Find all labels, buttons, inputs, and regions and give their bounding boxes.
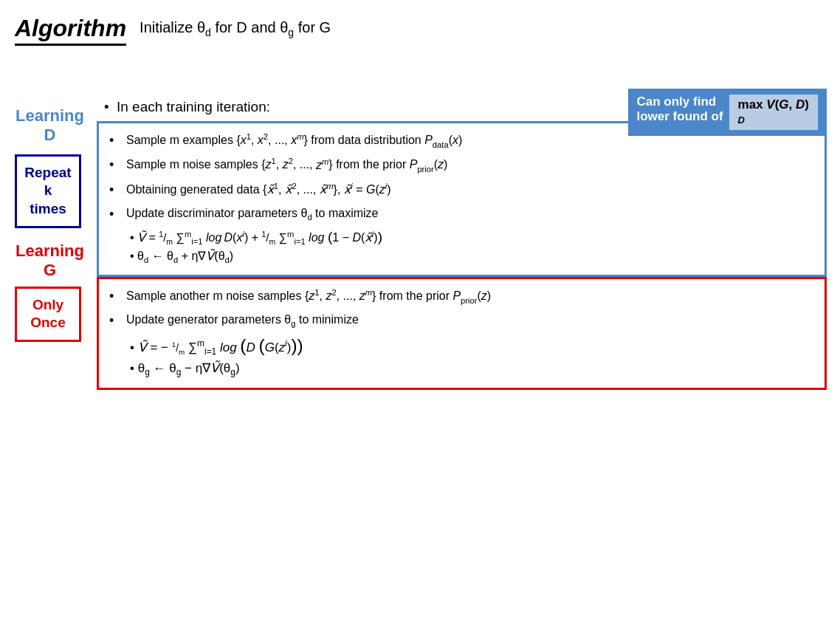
red-item-2: • Update generator parameters θg to mini… <box>109 311 814 331</box>
blue-item-4: • Update discriminator parameters θd to … <box>109 205 814 225</box>
algorithm-title: Algorithm <box>15 15 126 46</box>
blue-item-3: • Obtaining generated data {x̃1, x̃2, ..… <box>109 180 814 200</box>
left-labels: LearningD Repeatk times LearningG OnlyOn… <box>15 106 85 342</box>
header-row: Algorithm Initialize θd for D and θg for… <box>15 15 827 46</box>
content-area: • In each training iteration: • Sample m… <box>97 99 827 390</box>
max-box: max V(G, D) D <box>729 95 818 130</box>
page-container: Algorithm Initialize θd for D and θg for… <box>15 15 827 390</box>
can-only-find-box: Can only findlower found of max V(G, D) … <box>628 89 827 136</box>
learning-d-label: LearningD <box>15 106 85 145</box>
init-text: Initialize θd for D and θg for G <box>140 19 331 38</box>
blue-item-2: • Sample m noise samples {z1, z2, ..., z… <box>109 155 814 175</box>
blue-formula-1: • Ṽ = 1/m ∑mi=1 log D(xi) + 1/m ∑mi=1 lo… <box>130 229 814 264</box>
red-box: • Sample another m noise samples {z1, z2… <box>97 277 827 390</box>
can-only-find-text: Can only findlower found of <box>637 95 729 130</box>
repeat-box: Repeatk times <box>15 154 81 228</box>
learning-g-label: LearningG <box>15 241 85 281</box>
red-item-1: • Sample another m noise samples {z1, z2… <box>109 287 814 306</box>
only-once-box: OnlyOnce <box>15 287 81 342</box>
blue-box: • Sample m examples {x1, x2, ..., xm} fr… <box>97 121 827 277</box>
red-formula-1: • Ṽ = − 1/m ∑mi=1 log (D (G(zi))) • θg ←… <box>130 335 814 377</box>
